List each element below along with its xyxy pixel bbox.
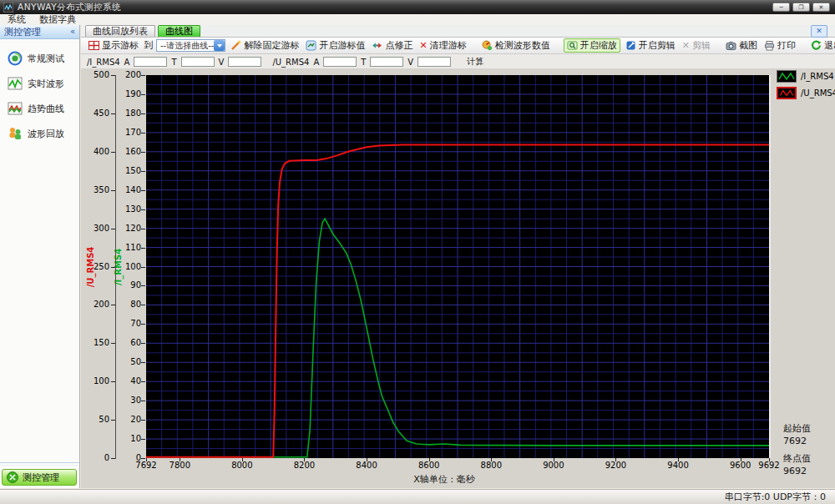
outer-y-tick-label: 200 (84, 300, 109, 310)
menu-system[interactable]: 系统 (8, 14, 26, 25)
screenshot-button[interactable]: 截图 (724, 38, 759, 53)
inner-y-tick-label: 20 (119, 415, 141, 425)
inner-y-tick-label: 110 (119, 243, 141, 253)
curve-select[interactable]: --请选择曲线-- (156, 39, 225, 52)
inner-y-tick-label: 170 (119, 128, 141, 138)
unfix-cursor-label: 解除固定游标 (244, 39, 299, 52)
zoom-icon (567, 40, 578, 51)
x-tick-label: 7800 (163, 461, 196, 471)
sidebar-splitter[interactable] (0, 462, 79, 466)
inner-y-tick (141, 381, 145, 382)
x-tick-label: 8800 (474, 461, 508, 471)
legend-item-i[interactable]: /I_RMS4 (777, 70, 835, 83)
inner-y-tick-label: 10 (119, 434, 141, 444)
legend: /I_RMS4 /U_RMS4 (777, 70, 835, 103)
inner-y-tick-label: 60 (119, 338, 141, 348)
x-tick-label: 8200 (287, 461, 321, 471)
tab-curve-replay-list[interactable]: 曲线回放列表 (85, 25, 155, 37)
outer-y-tick (111, 75, 115, 76)
i-a-input[interactable] (134, 57, 167, 67)
detect-values-button[interactable]: 检测波形数值 (480, 38, 552, 53)
inner-y-tick (141, 401, 145, 401)
inner-y-tick-label: 40 (119, 376, 141, 386)
range-info: 起始值 7692 终点值 9692 (783, 422, 811, 477)
i-v-input[interactable] (228, 57, 261, 67)
x-tick-label: 8600 (412, 461, 446, 471)
main-area: 曲线回放列表 曲线图 ✕ 显示游标 到 --请选择曲线-- 解除固定游标 开启游… (81, 25, 835, 488)
window-title: ANYWAY分布式测控系统 (18, 2, 121, 13)
collapse-sidebar-icon[interactable]: « (70, 28, 75, 36)
outer-y-tick-label: 300 (84, 224, 109, 234)
menu-data-dictionary[interactable]: 数据字典 (39, 14, 76, 25)
unit-v-label: V (407, 58, 413, 67)
plot-area[interactable] (146, 75, 771, 458)
inner-y-tick (141, 209, 145, 210)
group1-label: /I_RMS4 (87, 58, 120, 67)
start-value-label: 起始值 (783, 422, 811, 435)
i-t-input[interactable] (181, 57, 215, 67)
clip-label: 剪辑 (692, 39, 711, 52)
unfix-cursor-button[interactable]: 解除固定游标 (229, 38, 301, 53)
inner-y-tick-label: 100 (119, 262, 141, 272)
legend-swatch-i (777, 70, 797, 83)
close-button[interactable]: ✕ (812, 3, 830, 12)
x-tick-label: 9200 (599, 461, 632, 471)
inner-y-tick-label: 120 (119, 224, 141, 234)
inner-y-tick (141, 190, 145, 191)
inner-y-tick (141, 75, 145, 76)
wrench-icon (625, 40, 636, 51)
inner-y-tick-label: 190 (119, 89, 141, 99)
outer-y-tick (111, 229, 115, 229)
chart-panel: /U_RMS4 /I_RMS4 X轴单位：毫秒 /I_RMS4 /U_RMS4 … (81, 68, 835, 488)
curve-plot (146, 75, 769, 458)
chevron-down-icon[interactable] (214, 40, 225, 51)
x-axis-unit-label: X轴单位：毫秒 (365, 473, 524, 486)
outer-y-tick-label: 100 (84, 376, 109, 386)
cursor-icon (89, 40, 99, 51)
cursor-value-button[interactable]: 开启游标值 (304, 38, 367, 53)
inner-y-tick (141, 362, 145, 363)
title-bar: ANYWAY分布式测控系统 ─ ❐ ✕ (0, 0, 835, 14)
maximize-button[interactable]: ❐ (792, 3, 810, 12)
cursor-value-label: 开启游标值 (319, 39, 365, 52)
tab-close-button[interactable]: ✕ (811, 25, 827, 38)
sidebar-item-regular-test[interactable]: 常规测试 (0, 46, 79, 71)
legend-item-u[interactable]: /U_RMS4 (777, 87, 835, 99)
exit-icon (811, 40, 822, 51)
calculate-button[interactable]: 计算 (467, 56, 483, 68)
u-a-input[interactable] (323, 57, 357, 67)
inner-y-tick (141, 133, 145, 134)
inner-y-tick (141, 305, 145, 305)
u-t-input[interactable] (370, 57, 403, 67)
sidebar-bottom-button-measure-manage[interactable]: 测控管理 (2, 469, 77, 486)
print-button[interactable]: 打印 (762, 38, 797, 53)
x-tick-label: 9400 (661, 461, 695, 471)
outer-y-tick (111, 343, 115, 344)
inner-y-tick-label: 180 (119, 108, 141, 118)
tab-curve-chart[interactable]: 曲线图 (158, 25, 200, 37)
zoom-toggle-button[interactable]: 开启缩放 (564, 38, 620, 53)
inner-y-tick (141, 94, 145, 95)
point-fix-button[interactable]: 点修正 (370, 38, 414, 53)
screenshot-label: 截图 (739, 39, 757, 52)
sidebar-item-label: 波形回放 (28, 128, 64, 140)
minimize-button[interactable]: ─ (772, 3, 790, 12)
u-v-input[interactable] (418, 57, 451, 67)
zoom-label: 开启缩放 (580, 39, 617, 52)
clip-toggle-button[interactable]: 开启剪辑 (624, 38, 677, 53)
app-icon (3, 3, 13, 13)
exit-button[interactable]: 退出 (809, 38, 835, 53)
sidebar-item-realtime-wave[interactable]: 实时波形 (0, 71, 79, 96)
show-cursor-button[interactable]: 显示游标 (87, 38, 140, 53)
outer-y-tick-label: 150 (84, 338, 109, 348)
inner-y-tick-label: 30 (119, 396, 141, 406)
clear-cursor-button[interactable]: ✕ 清理游标 (418, 38, 468, 53)
outer-y-tick (111, 420, 115, 421)
menu-bar: 系统 数据字典 (0, 14, 835, 26)
inner-y-tick-label: 160 (119, 147, 141, 157)
outer-y-tick-label: 0 (84, 453, 109, 463)
point-fix-icon (372, 40, 382, 51)
sidebar-item-trend-curve[interactable]: 趋势曲线 (0, 96, 79, 121)
sidebar-item-wave-replay[interactable]: 波形回放 (0, 121, 79, 146)
x-tick-label: 8000 (225, 461, 259, 471)
